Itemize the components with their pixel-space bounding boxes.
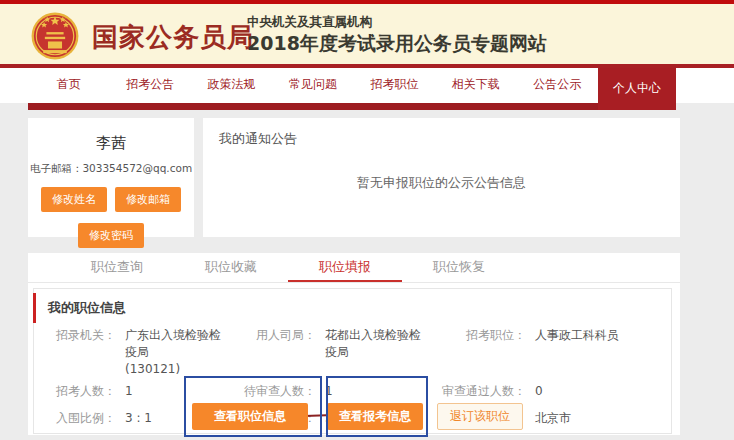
field-label-shortlist-ratio: 入围比例： xyxy=(46,405,116,432)
site-subtitle-org: 中央机关及其直属机构 xyxy=(247,14,372,31)
site-header: 国家公务员局 中央机关及其直属机构 2018年度考试录用公务员专题网站 xyxy=(0,4,734,64)
field-value-exam-location: 北京市 xyxy=(526,405,671,432)
annotation-highlight-box-2 xyxy=(326,376,428,437)
edit-name-button[interactable]: 修改姓名 xyxy=(41,187,107,212)
field-value-recruit-position: 人事政工科科员 xyxy=(526,325,671,378)
nav-item-announcements[interactable]: 招考公告 xyxy=(109,68,190,103)
notice-card-title: 我的通知公告 xyxy=(203,118,680,148)
tab-position-restore[interactable]: 职位恢复 xyxy=(402,253,516,282)
position-tabs: 职位查询 职位收藏 职位填报 职位恢复 xyxy=(28,253,680,283)
notice-empty-message: 暂无申报职位的公示公告信息 xyxy=(203,174,680,192)
nav-item-faq[interactable]: 常见问题 xyxy=(272,68,353,103)
nav-item-public-notices[interactable]: 公告公示 xyxy=(517,68,598,103)
user-email: 电子邮箱：303354572@qq.com xyxy=(28,162,194,176)
field-label-recruiting-organ: 招录机关： xyxy=(46,325,116,378)
field-value-recruiting-organ: 广东出入境检验检疫局 (130121) xyxy=(116,325,230,378)
recruiting-organ-name: 广东出入境检验检疫局 xyxy=(125,327,230,361)
user-profile-card: 李茜 电子邮箱：303354572@qq.com 修改姓名 修改邮箱 修改密码 xyxy=(28,118,194,237)
section-accent-bar xyxy=(33,293,36,323)
section-title: 我的职位信息 xyxy=(34,289,671,317)
nav-item-positions[interactable]: 招考职位 xyxy=(354,68,435,103)
notice-card: 我的通知公告 暂无申报职位的公示公告信息 xyxy=(203,118,680,237)
field-value-employing-department: 花都出入境检验检疫局 xyxy=(316,325,430,378)
field-label-recruit-position: 招考职位： xyxy=(430,325,526,378)
field-value-approved-count: 0 xyxy=(526,378,671,405)
site-subtitle-year: 2018年度考试录用公务员专题网站 xyxy=(247,31,547,57)
nav-item-home[interactable]: 首页 xyxy=(28,68,109,103)
national-emblem-icon xyxy=(30,11,80,61)
tab-position-application[interactable]: 职位填报 xyxy=(288,253,402,282)
tab-position-search[interactable]: 职位查询 xyxy=(60,253,174,282)
field-label-employing-department: 用人司局： xyxy=(230,325,316,378)
unsubscribe-position-button[interactable]: 退订该职位 xyxy=(437,403,523,430)
nav-item-downloads[interactable]: 相关下载 xyxy=(435,68,516,103)
nav-items: 首页 招考公告 政策法规 常见问题 招考职位 相关下载 公告公示 xyxy=(28,68,598,103)
agency-title: 国家公务员局 xyxy=(92,20,254,55)
nav-item-policies[interactable]: 政策法规 xyxy=(191,68,272,103)
user-name: 李茜 xyxy=(28,134,194,153)
edit-password-button[interactable]: 修改密码 xyxy=(78,223,144,248)
tab-position-favorites[interactable]: 职位收藏 xyxy=(174,253,288,282)
nav-red-underbar xyxy=(28,103,676,110)
edit-email-button[interactable]: 修改邮箱 xyxy=(115,187,181,212)
annotation-highlight-box-1 xyxy=(184,376,322,437)
nav-item-personal-center[interactable]: 个人中心 xyxy=(598,68,676,110)
field-label-approved-count: 审查通过人数： xyxy=(430,378,526,405)
field-label-recruit-count: 招考人数： xyxy=(46,378,116,405)
